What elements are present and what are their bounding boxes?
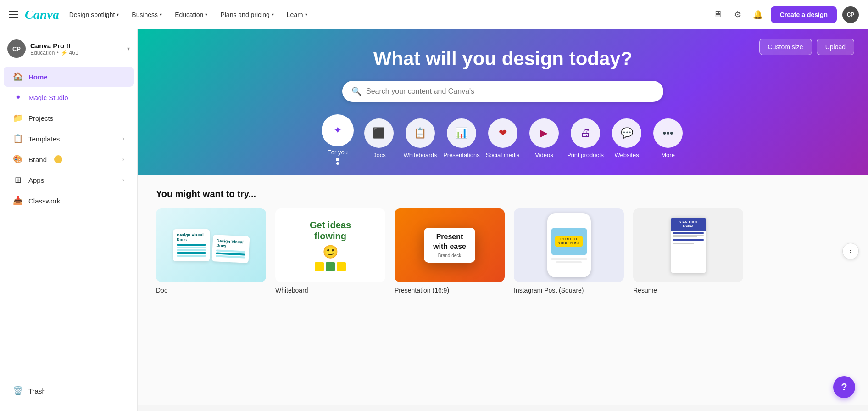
nav-link-learn[interactable]: Learn▾ xyxy=(281,7,313,22)
sidebar-profile-info: Canva Pro !! Education • ⚡ 461 xyxy=(30,42,122,56)
category-circle-for-you: ✦ xyxy=(323,116,352,145)
card-label-whiteboard: Whiteboard xyxy=(275,287,385,294)
sidebar-label-projects: Projects xyxy=(28,114,53,122)
logo-area: Canva xyxy=(9,7,59,22)
search-icon: 🔍 xyxy=(351,86,362,96)
card-label-presentation: Presentation (16:9) xyxy=(395,287,505,294)
sidebar-label-magic-studio: Magic Studio xyxy=(28,94,68,101)
cards-row: Design Visual Docs Design Visual Docs xyxy=(156,208,850,294)
hero-buttons: Custom size Upload xyxy=(759,39,854,55)
doc-thumbnail: Design Visual Docs Design Visual Docs xyxy=(156,208,266,282)
settings-icon[interactable]: ⚙ xyxy=(730,7,745,22)
category-for-you[interactable]: ✦ For you xyxy=(319,116,356,161)
classwork-icon: 📥 xyxy=(13,196,23,206)
category-presentations[interactable]: 📊 Presentations xyxy=(443,118,480,158)
category-whiteboards[interactable]: 📋 Whiteboards xyxy=(402,118,439,158)
chevron-right-icon: › xyxy=(122,135,124,142)
sidebar-label-classwork: Classwork xyxy=(28,197,60,205)
chevron-right-icon: › xyxy=(122,156,124,163)
sidebar-items: 🏠 Home ✦ Magic Studio 📁 Projects 📋 Templ… xyxy=(0,66,137,211)
sidebar-profile[interactable]: CP Canva Pro !! Education • ⚡ 461 ▾ xyxy=(0,35,137,62)
user-avatar[interactable]: CP xyxy=(842,6,859,23)
nav-links: Design spotlight▾Business▾Education▾Plan… xyxy=(64,7,710,22)
card-thumb-whiteboard: Get ideasflowing 🙂 xyxy=(275,208,385,282)
category-label-print-products: Print products xyxy=(567,152,604,158)
create-design-button[interactable]: Create a design xyxy=(771,6,837,23)
monitor-icon[interactable]: 🖥 xyxy=(710,7,725,22)
card-doc[interactable]: Design Visual Docs Design Visual Docs xyxy=(156,208,266,294)
chevron-down-icon: ▾ xyxy=(160,12,162,17)
resume-thumbnail: STAND OUTEASILY xyxy=(633,208,743,282)
card-thumb-instagram: PERFECTYOUR POST xyxy=(514,208,624,282)
card-whiteboard[interactable]: Get ideasflowing 🙂 Whiteboard xyxy=(275,208,385,294)
category-more[interactable]: ••• More xyxy=(650,118,686,158)
category-circle-docs: ⬛ xyxy=(364,118,394,148)
chevron-down-icon: ▾ xyxy=(117,12,119,17)
category-label-presentations: Presentations xyxy=(443,152,480,158)
notifications-icon[interactable]: 🔔 xyxy=(751,7,765,22)
category-label-for-you: For you xyxy=(328,149,348,156)
chevron-down-icon: ▾ xyxy=(305,12,307,17)
category-row: ✦ For you ⬛ Docs 📋 Whiteboards 📊 Present… xyxy=(165,116,840,161)
card-presentation[interactable]: Presentwith ease Brand deck Presentation… xyxy=(395,208,505,294)
category-docs[interactable]: ⬛ Docs xyxy=(361,118,397,158)
category-social-media[interactable]: ❤ Social media xyxy=(484,118,521,158)
sidebar-profile-name: Canva Pro !! xyxy=(30,42,122,50)
category-label-docs: Docs xyxy=(372,152,386,158)
magic-studio-icon: ✦ xyxy=(13,92,23,102)
category-label-websites: Websites xyxy=(614,152,639,158)
sidebar-item-apps[interactable]: ⊞ Apps › xyxy=(4,170,134,190)
sidebar-item-brand[interactable]: 🎨 Brand › xyxy=(4,149,134,169)
instagram-thumbnail: PERFECTYOUR POST xyxy=(514,208,624,282)
sidebar: CP Canva Pro !! Education • ⚡ 461 ▾ 🏠 Ho… xyxy=(0,29,138,411)
card-label-doc: Doc xyxy=(156,287,266,294)
sidebar-profile-sub: Education • ⚡ 461 xyxy=(30,50,122,56)
sidebar-label-apps: Apps xyxy=(28,176,44,184)
sidebar-item-classwork[interactable]: 📥 Classwork xyxy=(4,191,134,211)
custom-size-button[interactable]: Custom size xyxy=(759,39,812,55)
card-thumb-doc: Design Visual Docs Design Visual Docs xyxy=(156,208,266,282)
sidebar-item-magic-studio[interactable]: ✦ Magic Studio xyxy=(4,87,134,107)
card-instagram[interactable]: PERFECTYOUR POST Instagram Post (Square) xyxy=(514,208,624,294)
category-circle-whiteboards: 📋 xyxy=(406,118,435,148)
hamburger-menu[interactable] xyxy=(9,11,18,18)
category-websites[interactable]: 💬 Websites xyxy=(608,118,645,158)
help-button[interactable]: ? xyxy=(833,376,855,398)
templates-icon: 📋 xyxy=(13,134,23,144)
upload-button[interactable]: Upload xyxy=(817,39,854,55)
category-circle-videos: ▶ xyxy=(529,118,559,148)
home-icon: 🏠 xyxy=(13,72,23,82)
brand-badge xyxy=(54,155,62,163)
card-resume[interactable]: STAND OUTEASILY Resume xyxy=(633,208,743,294)
nav-link-education[interactable]: Education▾ xyxy=(169,7,213,22)
category-label-social-media: Social media xyxy=(486,152,520,158)
sidebar-item-templates[interactable]: 📋 Templates › xyxy=(4,129,134,149)
main-content: Custom size Upload What will you design … xyxy=(138,29,868,411)
card-label-resume: Resume xyxy=(633,287,743,294)
brand-icon: 🎨 xyxy=(13,154,23,164)
sidebar-avatar: CP xyxy=(7,39,26,58)
nav-right: 🖥 ⚙ 🔔 Create a design CP xyxy=(710,6,859,23)
section-title: You might want to try... xyxy=(156,189,850,199)
sidebar-item-projects[interactable]: 📁 Projects xyxy=(4,108,134,128)
content-area: You might want to try... Design Visual D… xyxy=(138,175,868,405)
category-videos[interactable]: ▶ Videos xyxy=(526,118,562,158)
category-print-products[interactable]: 🖨 Print products xyxy=(567,118,604,158)
hero-search-box[interactable]: 🔍 xyxy=(342,81,663,102)
search-input[interactable] xyxy=(366,87,654,96)
hero-section: Custom size Upload What will you design … xyxy=(138,29,868,175)
category-circle-social-media: ❤ xyxy=(488,118,517,148)
nav-link-design-spotlight[interactable]: Design spotlight▾ xyxy=(64,7,125,22)
nav-link-plans-pricing[interactable]: Plans and pricing▾ xyxy=(215,7,279,22)
sidebar-item-home[interactable]: 🏠 Home xyxy=(4,67,134,87)
category-circle-websites: 💬 xyxy=(612,118,641,148)
category-label-whiteboards: Whiteboards xyxy=(403,152,437,158)
nav-link-business[interactable]: Business▾ xyxy=(126,7,167,22)
cards-next-button[interactable]: › xyxy=(842,243,859,259)
category-circle-more: ••• xyxy=(653,118,683,148)
card-thumb-resume: STAND OUTEASILY xyxy=(633,208,743,282)
whiteboard-thumbnail: Get ideasflowing 🙂 xyxy=(275,208,385,282)
card-label-instagram: Instagram Post (Square) xyxy=(514,287,624,294)
chevron-right-icon: › xyxy=(122,177,124,183)
sidebar-item-trash[interactable]: 🗑️ Trash xyxy=(4,381,134,401)
